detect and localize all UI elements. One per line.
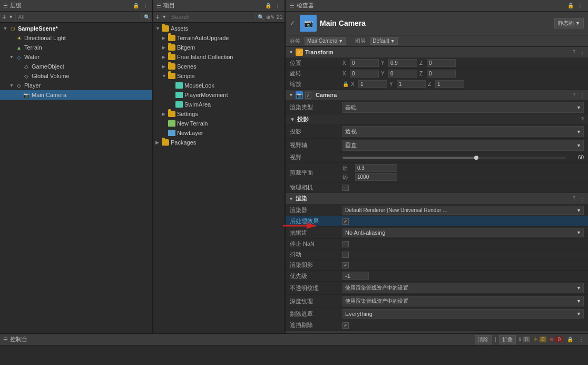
occlusion-culling-checkbox[interactable] [342,322,349,329]
newlayer-icon [168,130,175,136]
camera-section-header[interactable]: ▼ 📷 Camera ? ⋮ [286,90,588,101]
scale-z-input[interactable] [435,80,464,88]
transform-help[interactable]: ? [572,50,575,55]
tag-value: MainCamera [307,38,337,44]
object-name[interactable]: Main Camera [320,19,551,27]
fov-slider-track[interactable] [342,157,566,159]
project-item-scripts[interactable]: ▼ Scripts [153,71,285,81]
pos-y-input[interactable] [388,59,417,67]
transform-section-header[interactable]: ▼ ⤢ Transform ? ⋮ [286,47,588,58]
project-item-playermovement[interactable]: PlayerMovement [153,90,285,100]
static-button[interactable]: 静态的 ▼ [554,18,584,28]
dithering-checkbox[interactable] [342,252,349,258]
culling-mask-dropdown[interactable]: Everything ▼ [342,309,584,319]
near-input[interactable] [355,164,397,172]
hierarchy-item-gameobject[interactable]: ◇ GameObject [0,62,152,71]
scenes-folder-icon [168,63,175,70]
project-item-assets[interactable]: ▼ Assets [153,24,285,33]
inspector-menu-icon[interactable]: ☰ [290,3,295,8]
hierarchy-item-main-camera[interactable]: 📷 Main Camera [0,90,152,100]
project-item-scenes[interactable]: ▶ Scenes [153,62,285,71]
project-panel: ☰ 项目 🔒 ⋮ + ▼ 🔍 ⊕✎ 21 ▼ Assets [153,0,285,333]
project-search-icon[interactable]: 🔍 [258,14,264,20]
hierarchy-title: 层级 [10,2,22,9]
hierarchy-item-directional-light[interactable]: ☀ Directional Light [0,33,152,43]
inspector-lock-icon[interactable]: 🔒 [566,2,575,9]
rot-z-input[interactable] [427,70,456,78]
static-dropdown-icon[interactable]: ▼ [575,21,580,26]
layer-dropdown[interactable]: Default ▼ [370,37,398,45]
post-processing-checkbox[interactable] [342,218,349,225]
scale-y-input[interactable] [397,80,426,88]
hierarchy-header: ☰ 层级 🔒 ⋮ [0,0,152,12]
hierarchy-search-input[interactable] [15,13,142,21]
far-input[interactable] [355,173,397,181]
project-item-free-island[interactable]: ▶ Free Island Collection [153,52,285,62]
transform-more[interactable]: ⋮ [580,50,585,55]
rendering-more[interactable]: ⋮ [580,196,585,201]
project-extra-icons[interactable]: ⊕✎ [266,14,275,20]
camera-enabled-checkbox[interactable] [305,92,311,99]
camera-help[interactable]: ? [572,92,575,98]
project-item-swimarea[interactable]: SwimArea [153,100,285,109]
project-dropdown-icon[interactable]: ▼ [162,14,166,20]
console-lock-icon[interactable]: 🔒 [566,336,574,343]
anti-aliasing-value: No Anti-aliasing [345,229,385,236]
pos-z-input[interactable] [427,59,456,67]
console-more-icon[interactable]: ⋮ [577,336,585,343]
clip-axis-dropdown[interactable]: 垂直 ▼ [342,140,584,151]
projection-help[interactable]: ? [581,117,584,122]
hierarchy-item-player[interactable]: ▼ ◇ Player [0,81,152,90]
physics-camera-checkbox[interactable] [342,185,349,191]
scale-x-input[interactable] [358,80,387,88]
project-add-icon[interactable]: + [155,13,160,21]
project-item-terrainautoupgrade[interactable]: ▶ TerrainAutoUpgrade [153,33,285,43]
hierarchy-item-global-volume[interactable]: ◇ Global Volume [0,71,152,81]
renderer-dropdown[interactable]: Default Renderer (New Universal Render P… [342,206,584,215]
stop-nan-checkbox[interactable] [342,241,349,247]
rot-y-input[interactable] [388,70,417,78]
console-clear-button[interactable]: 清除 [475,335,492,344]
console-collapse-button[interactable]: 折叠 [499,335,516,344]
hierarchy-menu-icon[interactable]: ☰ [3,3,8,8]
anti-aliasing-dropdown[interactable]: No Anti-aliasing ▼ [342,228,584,237]
project-lock-icon[interactable]: 🔒 [264,2,272,9]
project-item-packages[interactable]: ▶ Packages [153,138,285,147]
depth-texture-dropdown[interactable]: 使用渲染管线资产中的设置 ▼ [342,296,584,306]
new-terrain-label: New Terrain [177,120,208,127]
inspector-more-icon[interactable]: ⋮ [576,2,584,9]
project-item-bitgem[interactable]: ▶ Bitgem [153,43,285,52]
render-shadows-checkbox[interactable] [342,262,349,268]
tag-layer-row: 标签 MainCamera ▼ 图层 Default ▼ [286,35,588,47]
hierarchy-dropdown-icon[interactable]: ▼ [8,14,13,20]
hierarchy-search-icon[interactable]: 🔍 [144,14,150,20]
project-menu-icon[interactable]: ☰ [156,3,161,8]
hierarchy-lock-icon[interactable]: 🔒 [132,2,140,9]
camera-more[interactable]: ⋮ [580,92,585,98]
project-more-icon[interactable]: ⋮ [274,2,281,9]
gameobject-label: GameObject [32,63,64,70]
active-checkbox[interactable]: ✓ [290,20,295,27]
projection-dropdown[interactable]: 透视 ▼ [342,126,584,137]
hierarchy-item-samplescene[interactable]: ▼ ⬡ SampleScene* [0,24,152,33]
rot-x-input[interactable] [350,70,379,78]
console-menu-icon[interactable]: ☰ [3,337,8,342]
project-item-newlayer[interactable]: NewLayer [153,128,285,138]
tag-dropdown[interactable]: MainCamera ▼ [305,37,346,45]
project-item-new-terrain[interactable]: New Terrain [153,119,285,128]
rendering-help[interactable]: ? [572,196,575,201]
project-item-settings[interactable]: ▶ Settings [153,109,285,119]
rendering-section-header[interactable]: ▼ 渲染 ? ⋮ [286,193,588,205]
hierarchy-item-terrain[interactable]: ▲ Terrain [0,43,152,52]
hierarchy-add-icon[interactable]: + [2,13,6,21]
scripts-label: Scripts [177,73,195,79]
inspector-panel: ☰ 检查器 🔒 ⋮ ✓ 📷 Main Camera 静态的 ▼ [286,0,588,333]
project-item-mouselook[interactable]: MouseLook [153,81,285,90]
hierarchy-more-icon[interactable]: ⋮ [142,2,149,9]
hierarchy-item-water[interactable]: ▼ ◇ Water [0,52,152,62]
pos-x-input[interactable] [350,59,379,67]
render-type-dropdown[interactable]: 基础 ▼ [342,102,584,113]
project-search-input[interactable] [169,13,256,21]
opaque-texture-dropdown[interactable]: 使用渲染管线资产中的设置 ▼ [342,283,584,293]
priority-input[interactable] [342,272,369,280]
